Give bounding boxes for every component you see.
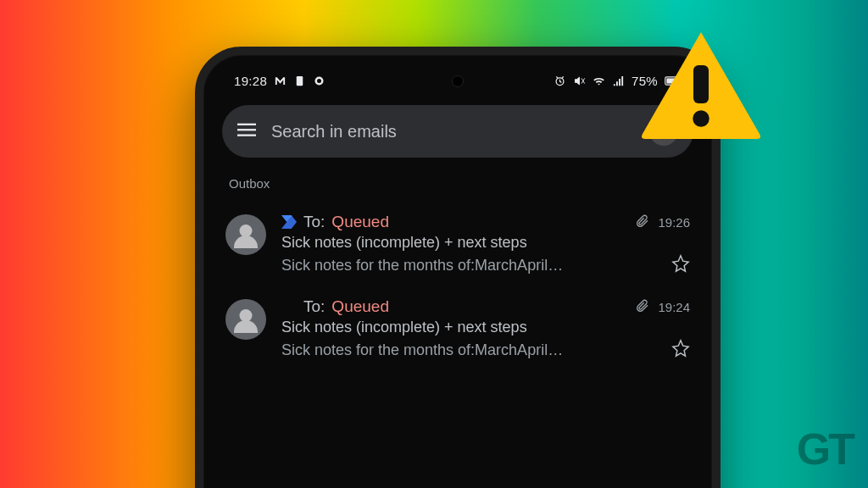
email-item[interactable]: To: Queued 19:26 Sick notes (incomplete)… [219, 202, 697, 287]
svg-rect-8 [237, 129, 256, 130]
email-time: 19:26 [658, 215, 690, 230]
star-icon[interactable] [671, 254, 690, 277]
svg-rect-0 [297, 76, 303, 86]
signal-icon [612, 75, 625, 87]
section-label: Outbox [219, 158, 697, 202]
sender-avatar [225, 299, 266, 340]
gmail-m-icon [274, 75, 287, 87]
status-label: Queued [331, 213, 389, 231]
status-label: Queued [331, 297, 389, 316]
email-subject: Sick notes (incomplete) + next steps [281, 319, 690, 336]
svg-point-11 [693, 110, 709, 127]
important-marker-icon[interactable] [281, 215, 297, 229]
front-camera [452, 75, 464, 87]
sim-card-icon [293, 75, 306, 87]
recipient-label: To: [303, 213, 325, 231]
email-time: 19:24 [658, 300, 690, 314]
svg-rect-9 [237, 135, 256, 136]
star-icon[interactable] [671, 339, 690, 362]
warning-triangle-icon [637, 27, 765, 146]
email-preview: Sick notes for the months of:MarchApril… [281, 257, 663, 274]
sender-avatar [225, 214, 266, 255]
svg-rect-7 [237, 124, 256, 125]
email-item[interactable]: To: Queued 19:24 Sick notes (incomplete)… [219, 287, 697, 372]
email-preview: Sick notes for the months of:MarchApril… [281, 341, 663, 359]
clock: 19:28 [234, 74, 267, 88]
search-bar[interactable]: Search in emails [222, 105, 693, 158]
mute-vibrate-icon [573, 75, 586, 87]
email-subject: Sick notes (incomplete) + next steps [281, 234, 690, 252]
svg-rect-10 [693, 65, 709, 103]
svg-point-2 [317, 79, 321, 83]
alarm-icon [554, 75, 566, 87]
app-square-icon [313, 75, 326, 87]
recipient-label: To: [303, 297, 325, 316]
watermark-logo: GT [797, 424, 853, 474]
attachment-icon [636, 214, 649, 230]
wifi-icon [593, 75, 605, 87]
menu-icon[interactable] [237, 120, 256, 142]
attachment-icon [636, 299, 649, 315]
search-input[interactable]: Search in emails [271, 122, 634, 141]
